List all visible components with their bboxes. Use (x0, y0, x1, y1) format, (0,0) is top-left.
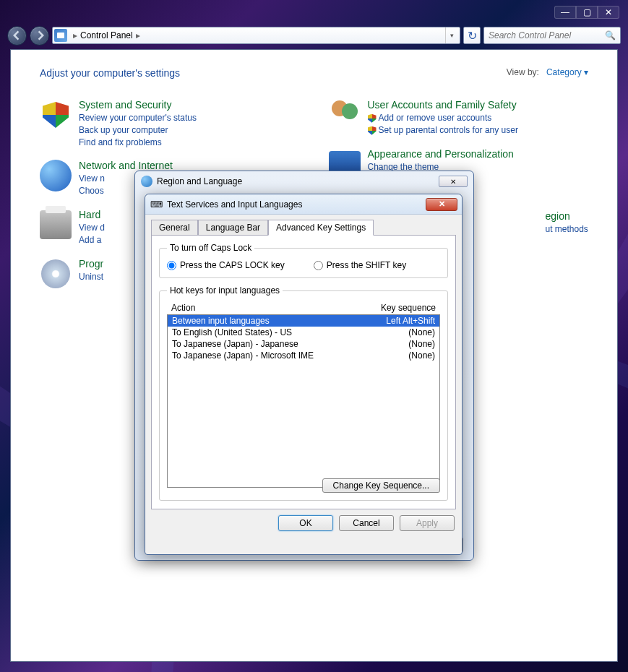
ok-button[interactable]: OK (278, 515, 333, 531)
dialog-text-services: ⌨ Text Services and Input Languages ✕ Ge… (145, 194, 463, 555)
category-link[interactable]: View d (79, 222, 105, 234)
search-input[interactable] (489, 30, 605, 40)
control-panel-icon (54, 29, 67, 42)
refresh-button[interactable]: ↻ (463, 27, 481, 44)
list-row[interactable]: To Japanese (Japan) - Microsoft IME (Non… (168, 350, 439, 361)
row-keyseq: (None) (408, 327, 435, 337)
breadcrumb-separator: ▸ (70, 30, 80, 40)
category-link[interactable]: Add or remove user accounts (368, 112, 518, 124)
disc-icon (41, 259, 70, 288)
uac-shield-icon (368, 114, 377, 123)
row-action: To English (United States) - US (172, 327, 292, 337)
category-link[interactable]: Add a (79, 234, 105, 246)
category-region[interactable]: egion ut methods (546, 210, 589, 236)
category-title[interactable]: Network and Internet (79, 160, 173, 171)
cancel-button[interactable]: Cancel (339, 515, 394, 531)
category-title[interactable]: Appearance and Personalization (368, 148, 514, 160)
tab-general[interactable]: General (151, 220, 198, 236)
back-button[interactable] (7, 26, 27, 46)
category-link[interactable]: ut methods (546, 223, 588, 236)
forward-button[interactable] (30, 26, 49, 46)
category-system-security[interactable]: System and Security Review your computer… (40, 99, 300, 148)
globe-icon (40, 160, 72, 191)
search-box[interactable]: 🔍 (483, 27, 621, 44)
hotkeys-group: Hot keys for input languages Action Key … (159, 285, 448, 501)
maximize-button[interactable]: ▢ (576, 6, 598, 19)
shield-icon (40, 99, 72, 131)
minimize-button[interactable]: — (554, 6, 576, 19)
category-title[interactable]: User Accounts and Family Safety (368, 99, 518, 111)
dialog-title: Region and Language (157, 176, 242, 186)
category-link[interactable]: Uninst (79, 271, 103, 283)
list-row[interactable]: Between input languages Left Alt+Shift (168, 315, 439, 327)
radio-capslock-input[interactable] (167, 261, 176, 270)
category-link[interactable]: Review your computer's status (79, 112, 197, 124)
category-title[interactable]: Progr (79, 258, 103, 270)
breadcrumb-separator[interactable]: ▸ (133, 30, 143, 40)
list-row[interactable]: To English (United States) - US (None) (168, 327, 439, 338)
printer-icon (40, 210, 72, 239)
dialog-close-button[interactable]: ✕ (426, 198, 457, 211)
breadcrumb-root[interactable]: Control Panel (80, 30, 133, 40)
window-close-button[interactable]: ✕ (598, 6, 619, 19)
category-link[interactable]: Find and fix problems (79, 137, 197, 149)
category-link[interactable]: Back up your computer (79, 124, 197, 137)
uac-shield-icon (368, 126, 377, 135)
column-action: Action (171, 303, 195, 313)
row-action: To Japanese (Japan) - Microsoft IME (172, 350, 314, 361)
apply-button: Apply (400, 515, 455, 531)
users-icon (329, 99, 361, 131)
row-keyseq: (None) (408, 339, 435, 349)
radio-shift[interactable]: Press the SHIFT key (314, 260, 406, 270)
list-row[interactable]: To Japanese (Japan) - Japanese (None) (168, 338, 439, 350)
row-action: Between input languages (172, 316, 270, 326)
navigation-bar: ▸ Control Panel ▸ ▾ ↻ 🔍 (7, 25, 621, 46)
change-key-sequence-button[interactable]: Change Key Sequence... (322, 478, 440, 493)
radio-shift-input[interactable] (314, 261, 323, 270)
view-by-dropdown[interactable]: Category ▾ (546, 67, 588, 77)
view-by: View by: Category ▾ (507, 67, 588, 77)
row-action: To Japanese (Japan) - Japanese (172, 339, 298, 349)
column-keyseq: Key sequence (381, 303, 436, 313)
dialog-close-button[interactable]: ✕ (439, 176, 468, 187)
category-user-accounts[interactable]: User Accounts and Family Safety Add or r… (329, 99, 589, 137)
category-title[interactable]: System and Security (79, 99, 197, 111)
tab-advanced-key-settings[interactable]: Advanced Key Settings (268, 220, 374, 236)
hotkey-list[interactable]: Between input languages Left Alt+Shift T… (167, 314, 440, 488)
tab-panel: To turn off Caps Lock Press the CAPS LOC… (151, 235, 456, 509)
radio-capslock[interactable]: Press the CAPS LOCK key (167, 260, 285, 270)
capslock-legend: To turn off Caps Lock (167, 243, 254, 253)
address-dropdown[interactable]: ▾ (445, 27, 458, 43)
hotkeys-legend: Hot keys for input languages (167, 285, 283, 296)
category-title[interactable]: egion (546, 210, 588, 222)
row-keyseq: Left Alt+Shift (386, 316, 435, 326)
tab-strip: General Language Bar Advanced Key Settin… (145, 215, 462, 235)
search-icon: 🔍 (605, 30, 616, 40)
capslock-group: To turn off Caps Lock Press the CAPS LOC… (159, 243, 448, 278)
row-keyseq: (None) (408, 350, 435, 361)
address-bar[interactable]: ▸ Control Panel ▸ ▾ (52, 27, 460, 44)
dialog-title: Text Services and Input Languages (167, 199, 302, 210)
globe-icon (141, 176, 152, 187)
keyboard-icon: ⌨ (150, 198, 163, 211)
tab-language-bar[interactable]: Language Bar (198, 220, 268, 236)
category-link[interactable]: Set up parental controls for any user (368, 124, 518, 137)
category-title[interactable]: Hard (79, 209, 105, 220)
